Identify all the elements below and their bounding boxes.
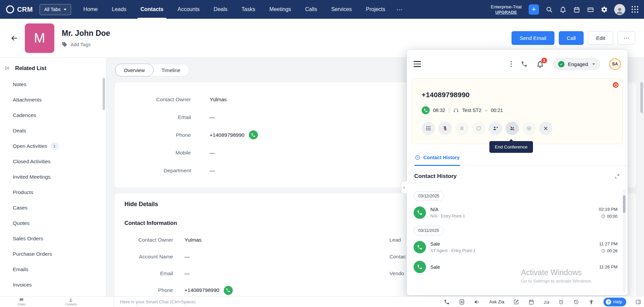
sidebar-scrollbar[interactable] <box>103 78 105 110</box>
user-avatar[interactable] <box>614 4 625 15</box>
side-panel-icon[interactable] <box>635 299 641 305</box>
nav-item-contacts[interactable]: Contacts <box>133 0 170 19</box>
app-grid-icon[interactable] <box>632 6 639 13</box>
history-call-item[interactable]: Sale11:26 PM <box>414 257 618 277</box>
nav-item-projects[interactable]: Projects <box>359 0 392 19</box>
nav-item-deals[interactable]: Deals <box>207 0 234 19</box>
menu-hamburger-icon[interactable] <box>414 61 421 67</box>
chevron-down-icon <box>592 63 595 65</box>
tab-contact-history[interactable]: Contact History <box>414 155 460 166</box>
history-call-item[interactable]: N/AN/A · Entry Point-102:19 PM00:00 <box>414 203 618 223</box>
contacts-dock-button[interactable]: Contacts <box>65 298 77 306</box>
contacts-label: Contacts <box>65 303 77 306</box>
alarm-icon[interactable] <box>558 299 564 305</box>
dialpad-button[interactable] <box>422 122 435 135</box>
end-call-button[interactable] <box>539 122 552 135</box>
field-value: — <box>184 270 190 277</box>
settings-gear-icon[interactable] <box>600 6 608 13</box>
sidebar-item-quotes[interactable]: Quotes <box>0 216 106 231</box>
sidebar-item-invoices[interactable]: Invoices <box>0 277 106 293</box>
field-value: +14089798990 <box>210 130 258 139</box>
status-check-icon <box>558 61 565 67</box>
all-tabs-dropdown[interactable]: All Tabs <box>40 4 71 15</box>
page-scrollbar[interactable] <box>640 82 643 113</box>
end-conference-tooltip: End Conference <box>489 141 533 153</box>
accessibility-icon[interactable] <box>588 299 594 305</box>
kebab-menu-icon[interactable] <box>510 61 512 67</box>
chevron-down-icon <box>64 9 66 10</box>
calendar-icon[interactable] <box>528 299 534 305</box>
call-button[interactable]: Call <box>559 31 584 45</box>
chats-dock-button[interactable]: Chats <box>17 298 25 306</box>
widget-notifications-icon[interactable]: 1 <box>536 60 544 68</box>
mute-button[interactable] <box>438 122 452 135</box>
phone-icon[interactable] <box>444 299 450 305</box>
address-book-icon[interactable] <box>459 299 465 305</box>
nav-more-button[interactable]: ⋯ <box>392 6 407 13</box>
contact-avatar-letter: M <box>34 30 45 46</box>
history-call-item[interactable]: SaleST Agent · Entry Point-111:27 PM00:2… <box>414 237 618 257</box>
back-button[interactable] <box>9 33 20 44</box>
contact-history-title: Contact History <box>414 173 457 180</box>
sidebar-item-open-activities[interactable]: Open Activities1 <box>0 138 106 154</box>
phone-call-icon[interactable] <box>224 286 233 295</box>
ask-zia-button[interactable]: Ask Zia <box>489 299 504 304</box>
nav-item-leads[interactable]: Leads <box>105 0 133 19</box>
nav-item-home[interactable]: Home <box>76 0 105 19</box>
collapse-panel-icon[interactable] <box>4 65 11 71</box>
sidebar-item-label: Attachments <box>13 97 42 103</box>
history-scrollbar[interactable] <box>623 189 626 293</box>
billing-icon[interactable] <box>587 6 594 13</box>
sidebar-item-purchase-orders[interactable]: Purchase Orders <box>0 246 106 262</box>
upgrade-link[interactable]: UPGRADE <box>491 10 522 15</box>
help-button[interactable]: ? Help <box>603 298 626 306</box>
conference-button[interactable] <box>505 122 519 135</box>
sidebar-item-emails[interactable]: Emails <box>0 262 106 277</box>
transfer-button[interactable] <box>489 122 502 135</box>
edit-button[interactable]: Edit <box>588 31 613 45</box>
field-label: Phone <box>124 287 173 293</box>
tab-overview[interactable]: Overview <box>115 64 154 76</box>
sidebar-item-notes[interactable]: Notes <box>0 77 106 92</box>
agent-status-dropdown[interactable]: Engaged <box>553 58 600 70</box>
nav-item-tasks[interactable]: Tasks <box>234 0 262 19</box>
send-email-button[interactable]: Send Email <box>512 31 554 45</box>
dialer-phone-icon[interactable] <box>521 61 528 67</box>
widget-collapse-button[interactable]: › <box>401 181 407 194</box>
zia-signature-icon[interactable]: za <box>543 299 549 305</box>
calendar-icon[interactable] <box>573 6 580 13</box>
sidebar-item-campaigns[interactable]: Campaigns <box>0 293 106 296</box>
agent-status-label: Engaged <box>568 61 588 67</box>
sidebar-item-deals[interactable]: Deals <box>0 123 106 138</box>
tab-timeline[interactable]: Timeline <box>153 64 189 76</box>
sidebar-item-sales-orders[interactable]: Sales Orders <box>0 231 106 246</box>
agent-avatar[interactable]: SA <box>609 58 621 70</box>
nav-item-meetings[interactable]: Meetings <box>262 0 298 19</box>
announcement-icon[interactable] <box>474 299 480 305</box>
refresh-button <box>472 122 485 135</box>
sidebar-item-cases[interactable]: Cases <box>0 200 106 216</box>
history-icon[interactable] <box>573 299 579 305</box>
field-value: — <box>210 114 215 120</box>
sidebar-item-attachments[interactable]: Attachments <box>0 92 106 108</box>
sidebar-item-invited-meetings[interactable]: Invited Meetings <box>0 169 106 185</box>
nav-item-calls[interactable]: Calls <box>298 0 324 19</box>
nav-item-services[interactable]: Services <box>324 0 359 19</box>
sidebar-item-closed-activities[interactable]: Closed Activities <box>0 154 106 169</box>
add-tags-button[interactable]: Add Tags <box>62 42 110 47</box>
inbound-call-icon <box>414 206 426 219</box>
notifications-bell-icon[interactable] <box>559 6 567 13</box>
right-column-field-label: Lead <box>389 237 401 243</box>
record-more-button[interactable]: ⋯ <box>618 31 635 45</box>
quick-add-button[interactable]: + <box>529 4 539 15</box>
sidebar-item-products[interactable]: Products <box>0 185 106 200</box>
expand-icon[interactable] <box>614 173 620 179</box>
phone-call-icon[interactable] <box>249 130 258 139</box>
history-call-info: SaleST Agent · Entry Point-1 <box>430 241 476 253</box>
compose-icon[interactable] <box>513 299 519 305</box>
nav-item-accounts[interactable]: Accounts <box>170 0 207 19</box>
inbound-call-icon <box>414 261 426 273</box>
search-icon[interactable] <box>545 6 553 13</box>
smart-chat-input[interactable] <box>119 299 262 305</box>
sidebar-item-cadences[interactable]: Cadences <box>0 108 106 123</box>
